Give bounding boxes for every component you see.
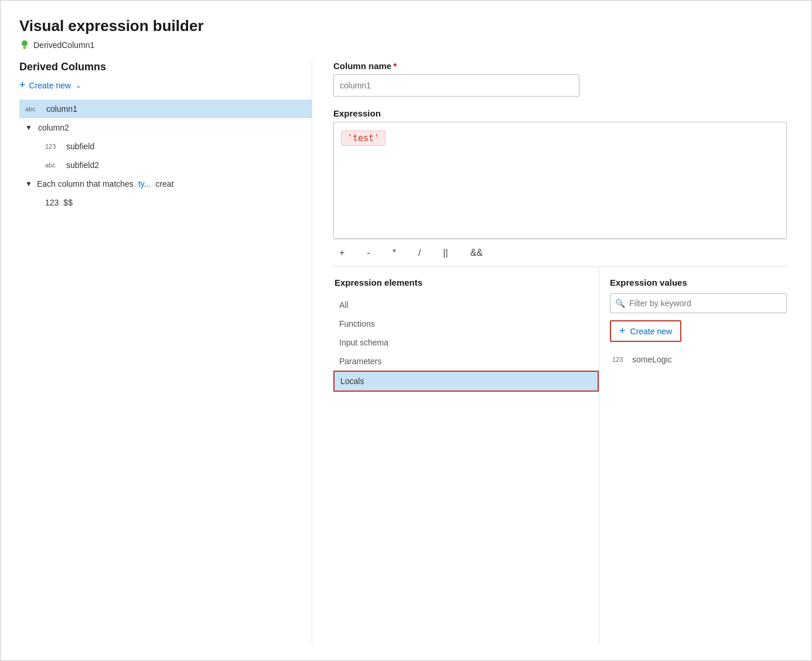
create-new-button[interactable]: + Create new ⌄ [19,79,81,91]
list-item[interactable]: 123 subfield [19,137,312,156]
expression-elements-title: Expression elements [333,278,599,287]
minus-operator-btn[interactable]: - [367,248,370,258]
operator-bar: + - * / || && [333,239,787,267]
match-text: Each column that matches [37,179,134,189]
filter-input-wrap: 🔍 [610,293,787,313]
expression-token: 'test' [341,131,385,146]
chevron-right-icon: ▼ [25,124,32,132]
plus-operator-btn[interactable]: + [339,248,344,258]
divide-operator-btn[interactable]: / [418,248,421,258]
expression-editor[interactable]: 'test' [333,122,787,239]
dollar-name: $$ [63,198,73,207]
create-new-label: Create new [29,81,71,90]
column-name-input[interactable] [333,74,579,97]
expr-element-parameters[interactable]: Parameters [333,352,599,371]
right-panel: Column name* Expression 'test' + - * / |… [312,61,793,644]
dollar-sub-item[interactable]: 123 $$ [19,193,312,212]
derived-columns-header: Derived Columns [19,61,312,73]
column-name-col1: column1 [46,104,77,114]
multiply-operator-btn[interactable]: * [393,248,396,258]
create-new-values-button[interactable]: + Create new [610,320,681,342]
value-item-some-logic[interactable]: 123 someLogic [610,350,787,369]
match-create: creat [155,179,173,189]
and-operator-btn[interactable]: && [470,248,483,258]
column-name-subfield: subfield [66,142,94,151]
column-list: abc column1 ▼ column2 123 subfield abc s… [19,100,312,174]
type-badge-123: 123 [45,143,62,150]
match-link[interactable]: ty... [138,179,151,189]
svg-point-1 [23,46,26,49]
create-new-values-label: Create new [630,327,673,336]
plus-icon: + [19,79,26,91]
plus-icon-values: + [619,325,626,337]
expand-icon: ▼ [25,180,32,188]
derived-column-name: DerivedColumn1 [33,40,94,50]
filter-input[interactable] [610,293,787,313]
type-badge-abc: abc [25,105,42,112]
expression-label: Expression [333,108,787,118]
type-badge-123-dollar: 123 [45,198,59,207]
main-layout: Derived Columns + Create new ⌄ abc colum… [19,61,793,644]
search-icon: 🔍 [615,299,625,308]
derived-column-icon [19,40,30,50]
list-item[interactable]: ▼ column2 [19,118,312,137]
svg-point-0 [22,40,28,46]
column-name-subfield2: subfield2 [66,160,99,170]
column-name-label: Column name* [333,61,787,71]
chevron-down-icon: ⌄ [76,81,81,90]
list-item[interactable]: abc subfield2 [19,156,312,174]
page-title: Visual expression builder [19,17,793,35]
list-item[interactable]: abc column1 [19,100,312,118]
bottom-section: Expression elements All Functions Input … [333,267,787,644]
left-panel: Derived Columns + Create new ⌄ abc colum… [19,61,312,644]
column-name-col2: column2 [38,123,69,132]
match-row[interactable]: ▼ Each column that matches ty... creat [19,174,312,193]
expression-values-title: Expression values [610,278,787,287]
app-container: Visual expression builder DerivedColumn1… [0,0,812,661]
derived-column-ref-row: DerivedColumn1 [19,40,793,50]
type-badge-abc2: abc [45,162,62,169]
expr-element-all[interactable]: All [333,296,599,314]
expression-values-panel: Expression values 🔍 + Create new 123 [599,267,787,644]
pipe-operator-btn[interactable]: || [443,248,448,258]
expr-element-locals[interactable]: Locals [333,371,599,392]
expr-element-functions[interactable]: Functions [333,314,599,333]
expression-elements-panel: Expression elements All Functions Input … [333,267,599,644]
expr-element-input-schema[interactable]: Input schema [333,333,599,352]
required-star: * [393,61,397,71]
type-badge-123-some-logic: 123 [612,356,627,363]
some-logic-name: someLogic [632,355,672,364]
